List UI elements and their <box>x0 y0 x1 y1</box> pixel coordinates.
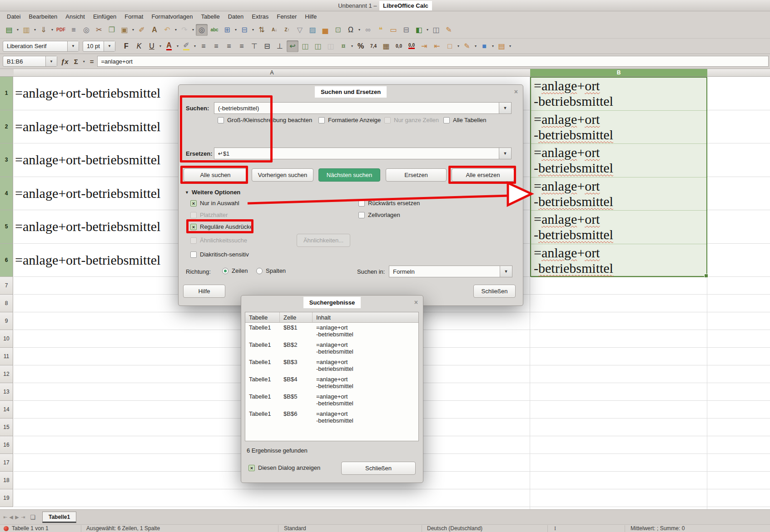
sort-icon[interactable]: ⇅ <box>256 24 268 36</box>
menu-format[interactable]: Format <box>120 12 147 21</box>
align-left-icon[interactable]: ≡ <box>198 40 209 52</box>
redo-dropdown[interactable]: ▾ <box>191 28 195 32</box>
freeze-rows-columns-dropdown[interactable]: ▾ <box>425 28 430 32</box>
underline-dropdown[interactable]: ▾ <box>158 44 163 48</box>
find-and-replace-icon[interactable]: ◎ <box>196 24 208 36</box>
print-area-icon[interactable]: ⊟ <box>400 24 412 36</box>
spelling-icon[interactable]: abc <box>209 24 220 36</box>
clone-formatting-icon[interactable]: ✐ <box>136 24 148 36</box>
undo-dropdown[interactable]: ▾ <box>174 28 178 32</box>
row-header-1[interactable]: 1 <box>0 77 13 110</box>
save-dropdown[interactable]: ▾ <box>50 28 55 32</box>
select-all-corner[interactable] <box>0 69 14 77</box>
date-format-icon[interactable]: ▦ <box>380 40 392 52</box>
special-character-icon[interactable]: Ω <box>345 24 357 36</box>
autofilter-icon[interactable]: ▽ <box>294 24 306 36</box>
background-color-dropdown[interactable]: ▾ <box>491 44 495 48</box>
font-color-icon[interactable]: A <box>163 40 175 52</box>
checkbox-diesen-dialog-anzeigen[interactable]: × Diesen Dialog anzeigen <box>248 464 320 471</box>
add-decimal-place-icon[interactable]: 0,0 <box>393 40 405 52</box>
highlighting-color-dropdown[interactable]: ▾ <box>193 44 197 48</box>
paste-icon[interactable]: ▣ <box>119 24 130 36</box>
split-window-icon[interactable]: ◫ <box>430 24 442 36</box>
conditional-formatting-dropdown[interactable]: ▾ <box>508 44 512 48</box>
special-character-dropdown[interactable]: ▾ <box>357 28 362 32</box>
insert-column-dropdown[interactable]: ▾ <box>251 28 255 32</box>
open-file-icon[interactable]: ▥ <box>20 24 32 36</box>
status-page-style[interactable]: Standard <box>284 525 306 532</box>
row-header-16[interactable]: 16 <box>0 436 13 454</box>
checkbox-alle-tabellen[interactable]: Alle Tabellen <box>443 117 486 123</box>
sort-ascending-icon[interactable]: A↓ <box>268 24 280 36</box>
search-history-dropdown[interactable]: ▼ <box>499 103 511 113</box>
result-row-b-5[interactable]: Tabelle1$B$5=anlage+ort-betriebsmittel <box>245 392 418 409</box>
print-icon[interactable]: ≡ <box>68 24 79 36</box>
currency-format-icon[interactable]: ¤ <box>338 40 349 52</box>
alle-ersetzen-button[interactable]: Alle ersetzen <box>452 168 514 182</box>
row-header-3[interactable]: 3 <box>0 143 13 177</box>
next-sheet-icon[interactable]: ▶ <box>14 514 20 520</box>
cell-b5[interactable]: =anlage+ort-betriebsmittel <box>531 211 706 244</box>
results-close-button[interactable]: Schließen <box>341 462 416 475</box>
checkbox-nur-in-auswahl[interactable]: ×Nur in Auswahl <box>190 200 239 207</box>
radio-spalten[interactable]: Spalten <box>256 267 286 274</box>
replace-history-dropdown[interactable]: ▼ <box>499 148 511 159</box>
insert-image-icon[interactable]: ▨ <box>307 24 318 36</box>
menu-hilfe[interactable]: Hilfe <box>301 12 321 21</box>
column-header-zelle[interactable]: Zelle <box>280 312 313 322</box>
checkbox-diakritisch-sensitiv[interactable]: Diakritisch-sensitiv <box>190 251 249 258</box>
row-header-2[interactable]: 2 <box>0 110 13 144</box>
print-preview-icon[interactable]: ◎ <box>80 24 92 36</box>
insert-pivot-table-icon[interactable]: ⊡ <box>332 24 344 36</box>
row-header-14[interactable]: 14 <box>0 401 13 419</box>
close-icon[interactable]: × <box>414 299 418 305</box>
selection-b1-b6[interactable]: =anlage+ort-betriebsmittel=anlage+ort-be… <box>530 77 707 277</box>
align-right-icon[interactable]: ≡ <box>223 40 235 52</box>
new-document-icon[interactable]: ▤ <box>3 24 15 36</box>
selection-handle[interactable] <box>704 274 708 278</box>
column-header-a[interactable]: A <box>14 69 531 77</box>
name-box-dropdown[interactable]: ▼ <box>45 56 57 66</box>
ersetzen-button[interactable]: Ersetzen <box>386 168 447 182</box>
column-header-b[interactable]: B <box>530 69 708 77</box>
first-sheet-icon[interactable]: ⇤ <box>2 514 8 520</box>
naechsten-suchen-button[interactable]: Nächsten suchen <box>318 168 380 182</box>
menu-bearbeiten[interactable]: Bearbeiten <box>25 12 61 21</box>
radio-zeilen[interactable]: Zeilen <box>222 267 248 274</box>
result-row-b-2[interactable]: Tabelle1$B$2=anlage+ort-betriebsmittel <box>245 340 418 357</box>
delete-decimal-place-icon[interactable]: 0,0 <box>406 40 417 52</box>
row-header-9[interactable]: 9 <box>0 312 13 330</box>
font-size-dropdown[interactable]: ▼ <box>104 41 115 51</box>
background-color-icon[interactable]: ■ <box>478 40 490 52</box>
menu-extras[interactable]: Extras <box>248 12 273 21</box>
align-bottom-icon[interactable]: ⊥ <box>274 40 286 52</box>
equals-icon[interactable]: = <box>88 58 96 65</box>
menu-datei[interactable]: Datei <box>3 12 25 21</box>
row-header-11[interactable]: 11 <box>0 348 13 365</box>
increase-indent-icon[interactable]: ⇥ <box>418 40 430 52</box>
result-row-b-1[interactable]: Tabelle1$B$1=anlage+ort-betriebsmittel <box>245 323 418 340</box>
function-wizard-icon[interactable]: ƒx <box>59 58 70 65</box>
sort-descending-icon[interactable]: Z↑ <box>281 24 293 36</box>
highlighting-color-icon[interactable]: ✐ <box>180 40 192 52</box>
insert-chart-icon[interactable]: ▅ <box>319 24 331 36</box>
find-replace-dialog-titlebar[interactable]: Suchen und Ersetzen <box>179 85 523 99</box>
font-name-dropdown[interactable]: ▼ <box>67 41 79 51</box>
cell-b1[interactable]: =anlage+ort-betriebsmittel <box>531 78 706 111</box>
formula-input[interactable]: =anlage+ort <box>97 56 769 67</box>
center-vertically-icon[interactable]: ⊟ <box>261 40 273 52</box>
menu-formatvorlagen[interactable]: Formatvorlagen <box>147 12 197 21</box>
font-color-dropdown[interactable]: ▾ <box>175 44 180 48</box>
border-style-dropdown[interactable]: ▾ <box>473 44 478 48</box>
copy-icon[interactable]: ❐ <box>106 24 118 36</box>
name-box[interactable]: B1:B6▼ <box>3 56 57 67</box>
cell-b2[interactable]: =anlage+ort-betriebsmittel <box>531 111 706 144</box>
menu-einfuegen[interactable]: Einfügen <box>89 12 120 21</box>
borders-icon[interactable]: □ <box>444 40 456 52</box>
checkbox-rueckwaerts-ersetzen[interactable]: Rückwärts ersetzen <box>358 200 420 207</box>
result-row-b-3[interactable]: Tabelle1$B$3=anlage+ort-betriebsmittel <box>245 357 418 374</box>
row-header-19[interactable]: 19 <box>0 489 13 507</box>
menu-ansicht[interactable]: Ansicht <box>61 12 89 21</box>
sheet-tab-tabelle1[interactable]: Tabelle1 <box>42 512 76 523</box>
align-top-icon[interactable]: ⊤ <box>248 40 260 52</box>
